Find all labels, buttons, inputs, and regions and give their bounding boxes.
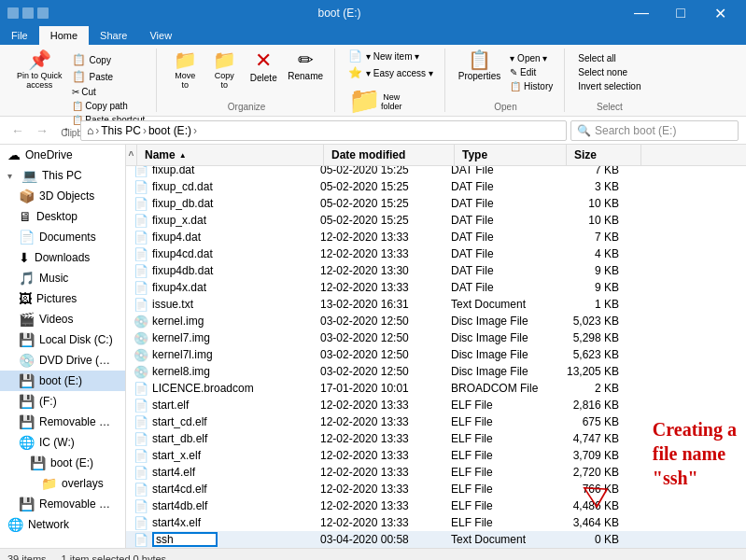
file-size-cell: 675 KB [556, 415, 630, 428]
open-label: Open [494, 100, 516, 112]
search-box[interactable]: 🔍 Search boot (E:) [570, 120, 739, 141]
up-button[interactable]: ↑ [56, 120, 77, 141]
sidebar-item-thispc[interactable]: ▾💻This PC [0, 165, 125, 186]
sidebar-item-3dobjects[interactable]: 📦3D Objects [0, 186, 125, 206]
address-path[interactable]: ⌂ › This PC › boot (E:) › [80, 120, 567, 141]
file-name-cell: 📄 [126, 532, 313, 547]
copy-path-button[interactable]: 📋 Copy path [68, 100, 149, 112]
forward-button[interactable]: → [32, 120, 52, 141]
sidebar-item-f[interactable]: 💾(F:) [0, 391, 125, 412]
table-row[interactable]: 📄start4db.elf12-02-2020 13:33ELF File4,4… [126, 497, 746, 514]
table-row[interactable]: 📄LICENCE.broadcom17-01-2020 10:01BROADCO… [126, 380, 746, 397]
copy-to-button[interactable]: 📁 Copyto [205, 49, 243, 91]
table-row[interactable]: 📄start4x.elf12-02-2020 13:33ELF File3,46… [126, 514, 746, 531]
paste-button[interactable]: 📋 Paste [68, 69, 149, 84]
close-button[interactable]: ✕ [701, 0, 739, 26]
edit-button[interactable]: ✎ Edit [506, 66, 556, 78]
pin-to-quick-button[interactable]: 📌 Pin to Quickaccess [13, 49, 66, 91]
tab-view[interactable]: View [138, 26, 183, 45]
table-row[interactable]: 📄fixup4db.dat12-02-2020 13:30DAT File9 K… [126, 262, 746, 279]
table-row[interactable]: 📄start_cd.elf12-02-2020 13:33ELF File675… [126, 413, 746, 430]
easy-access-button[interactable]: ⭐ ▾ Easy access ▾ [345, 65, 437, 80]
table-row[interactable]: 📄start4.elf12-02-2020 13:33ELF File2,720… [126, 464, 746, 481]
collapse-thispc[interactable]: ▾ [7, 171, 17, 181]
sidebar-item-removable-h2[interactable]: 💾Removable Disk (H:) [0, 494, 125, 514]
table-row[interactable]: 💿kernel.img03-02-2020 12:50Disc Image Fi… [126, 313, 746, 329]
sidebar-item-removable-h[interactable]: 💾Removable Disk (H:) [0, 412, 125, 432]
sidebar-item-boot[interactable]: 💾boot (E:) [0, 371, 125, 391]
table-row[interactable]: 📄fixup4cd.dat12-02-2020 13:33DAT File4 K… [126, 245, 746, 262]
select-all-button[interactable]: Select all [574, 52, 620, 64]
sidebar-item-onedrive[interactable]: ☁OneDrive [0, 145, 125, 165]
tab-share[interactable]: Share [89, 26, 138, 45]
move-to-button[interactable]: 📁 Moveto [166, 49, 204, 91]
table-row[interactable]: 💿kernel7.img03-02-2020 12:50Disc Image F… [126, 329, 746, 346]
app-icon-3 [37, 7, 49, 19]
minimize-button[interactable]: — [623, 0, 660, 26]
copy-path-label: 📋 Copy path [72, 101, 128, 111]
sidebar-item-overlays[interactable]: 📁overlays [0, 473, 125, 494]
copy-button[interactable]: 📋 Copy [68, 52, 149, 67]
column-name-header[interactable]: Name ▲ [137, 145, 324, 165]
column-type-header[interactable]: Type [455, 145, 567, 165]
tab-file[interactable]: File [0, 26, 39, 45]
table-row[interactable]: 📄03-04-2020 00:58Text Document0 KB [126, 531, 746, 548]
table-row[interactable]: 📄fixup.dat05-02-2020 15:25DAT File7 KB [126, 166, 746, 178]
column-date-header[interactable]: Date modified [324, 145, 455, 165]
history-button[interactable]: 📋 History [506, 80, 556, 92]
rename-button[interactable]: ✏ Rename [284, 49, 327, 83]
new-item-button[interactable]: 📄 ▾ New item ▾ [345, 49, 423, 63]
table-row[interactable]: 📄start.elf12-02-2020 13:33ELF File2,816 … [126, 397, 746, 413]
sidebar-item-boot2[interactable]: 💾boot (E:) [0, 453, 125, 473]
select-none-button[interactable]: Select none [574, 66, 631, 78]
back-button[interactable]: ← [7, 120, 28, 141]
sidebar-item-downloads[interactable]: ⬇Downloads [0, 247, 125, 268]
properties-button[interactable]: 📋 Properties [455, 49, 505, 83]
new-item-label: ▾ New item ▾ [366, 51, 419, 62]
maximize-button[interactable]: □ [662, 0, 699, 26]
table-row[interactable]: 💿kernel8.img03-02-2020 12:50Disc Image F… [126, 363, 746, 380]
table-row[interactable]: 📄start_x.elf12-02-2020 13:33ELF File3,70… [126, 447, 746, 464]
table-row[interactable]: 📄fixup_db.dat05-02-2020 15:25DAT File10 … [126, 195, 746, 212]
collapse-sidebar-button[interactable]: ^ [126, 145, 137, 165]
table-row[interactable]: 📄fixup4x.dat12-02-2020 13:33DAT File9 KB [126, 279, 746, 296]
invert-selection-button[interactable]: Invert selection [574, 80, 644, 92]
table-row[interactable]: 📄start4cd.elf12-02-2020 13:33ELF File766… [126, 481, 746, 497]
paste-icon: 📋 [72, 70, 86, 83]
table-row[interactable]: 💿kernel7l.img03-02-2020 12:50Disc Image … [126, 346, 746, 363]
sidebar-item-network[interactable]: 🌐Network [0, 514, 125, 535]
sidebar-item-videos[interactable]: 🎬Videos [0, 309, 125, 329]
file-date-cell: 12-02-2020 13:33 [313, 466, 443, 479]
file-name-cell: 📄fixup.dat [126, 166, 313, 177]
sidebar-item-documents[interactable]: 📄Documents [0, 227, 125, 247]
file-icon: 📄 [134, 499, 148, 513]
tab-home[interactable]: Home [39, 26, 89, 45]
sidebar-item-localdisk[interactable]: 💾Local Disk (C:) [0, 329, 125, 350]
file-name-cell: 📄start_x.elf [126, 449, 313, 463]
table-row[interactable]: 📄start_db.elf12-02-2020 13:33ELF File4,7… [126, 430, 746, 447]
file-size-cell: 4,486 KB [556, 499, 630, 512]
file-name-input[interactable] [152, 532, 218, 547]
file-type-cell: ELF File [443, 499, 556, 512]
column-size-header[interactable]: Size [567, 145, 641, 165]
delete-button[interactable]: ✕ Delete [245, 49, 282, 85]
path-thispc: This PC [101, 124, 141, 137]
boot2-label: boot (E:) [50, 456, 93, 469]
window-controls: — □ ✕ [623, 0, 739, 26]
file-date-cell: 12-02-2020 13:33 [313, 483, 443, 496]
sidebar-item-ic-w[interactable]: 🌐IC (W:) [0, 432, 125, 453]
sidebar-item-pictures[interactable]: 🖼Pictures [0, 288, 125, 309]
file-name-text: fixup4x.dat [152, 281, 206, 294]
sidebar-item-dvddrive[interactable]: 💿DVD Drive (D...) [0, 350, 125, 371]
sidebar-item-music[interactable]: 🎵Music [0, 268, 125, 288]
new-folder-button[interactable]: 📁 Newfolder [345, 86, 406, 118]
cut-button[interactable]: ✂ Cut [68, 86, 149, 98]
open-button[interactable]: ▾ Open ▾ [506, 52, 556, 64]
table-row[interactable]: 📄fixup_cd.dat05-02-2020 15:25DAT File3 K… [126, 178, 746, 195]
file-type-cell: DAT File [443, 264, 556, 277]
window-title: boot (E:) [56, 7, 623, 20]
sidebar-item-desktop[interactable]: 🖥Desktop [0, 206, 125, 227]
table-row[interactable]: 📄fixup4.dat12-02-2020 13:33DAT File7 KB [126, 229, 746, 245]
table-row[interactable]: 📄issue.txt13-02-2020 16:31Text Document1… [126, 296, 746, 313]
table-row[interactable]: 📄fixup_x.dat05-02-2020 15:25DAT File10 K… [126, 212, 746, 229]
